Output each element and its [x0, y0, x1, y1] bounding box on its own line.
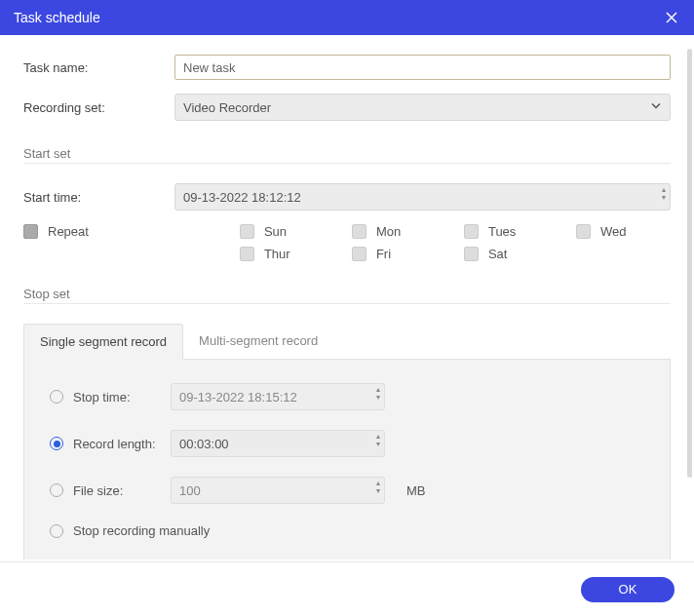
- day-mon-checkbox[interactable]: [352, 224, 366, 239]
- file-size-field[interactable]: 100 ▴ ▾: [171, 477, 385, 504]
- record-length-value: 00:03:00: [179, 437, 229, 451]
- day-sat-checkbox[interactable]: [464, 247, 479, 261]
- stop-time-stepper[interactable]: ▴ ▾: [376, 386, 380, 402]
- window-title: Task schedule: [14, 10, 100, 25]
- tab-panel-single: Stop time: 09-13-2022 18:15:12 ▴ ▾ Recor…: [23, 360, 671, 559]
- day-sun-label: Sun: [264, 224, 287, 239]
- scrollbar[interactable]: [687, 49, 692, 478]
- start-set-title: Start set: [23, 146, 671, 161]
- tab-single-segment[interactable]: Single segment record: [23, 324, 183, 360]
- start-time-stepper[interactable]: ▴ ▾: [662, 186, 666, 202]
- recording-set-value: Video Recorder: [183, 100, 271, 115]
- start-time-value: 09-13-2022 18:12:12: [183, 190, 301, 205]
- task-name-input[interactable]: [174, 55, 671, 80]
- stop-set-title: Stop set: [23, 287, 671, 301]
- day-tues-checkbox[interactable]: [464, 224, 479, 239]
- day-fri-checkbox[interactable]: [352, 247, 366, 261]
- day-mon-label: Mon: [376, 224, 401, 239]
- repeat-checkbox[interactable]: [23, 224, 38, 239]
- file-size-stepper[interactable]: ▴ ▾: [376, 480, 380, 495]
- tabs: Single segment record Multi-segment reco…: [23, 324, 671, 360]
- file-size-value: 100: [179, 483, 201, 498]
- close-icon[interactable]: [663, 9, 680, 26]
- manual-stop-label: Stop recording manually: [73, 523, 210, 538]
- file-size-unit: MB: [406, 483, 426, 498]
- recording-set-select[interactable]: Video Recorder: [174, 94, 671, 121]
- footer: OK: [0, 561, 694, 616]
- file-size-label: File size:: [73, 483, 171, 498]
- ok-button[interactable]: OK: [581, 577, 675, 602]
- stepper-down-icon[interactable]: ▾: [376, 441, 380, 448]
- day-wed-checkbox[interactable]: [576, 224, 591, 239]
- record-length-field[interactable]: 00:03:00 ▴ ▾: [171, 430, 385, 457]
- file-size-radio[interactable]: [50, 483, 63, 497]
- manual-stop-radio[interactable]: [50, 524, 63, 538]
- day-wed-label: Wed: [600, 224, 627, 239]
- stop-time-label: Stop time:: [73, 390, 171, 404]
- stop-time-value: 09-13-2022 18:15:12: [179, 390, 297, 404]
- day-thur-label: Thur: [264, 247, 290, 261]
- stop-time-field[interactable]: 09-13-2022 18:15:12 ▴ ▾: [171, 383, 385, 410]
- record-length-stepper[interactable]: ▴ ▾: [376, 433, 380, 448]
- repeat-label: Repeat: [48, 224, 89, 239]
- stepper-down-icon[interactable]: ▾: [376, 394, 380, 402]
- day-sat-label: Sat: [488, 247, 508, 261]
- record-length-radio[interactable]: [50, 437, 63, 450]
- divider: [23, 163, 671, 164]
- titlebar: Task schedule: [0, 0, 694, 35]
- chevron-down-icon: [649, 99, 663, 116]
- day-thur-checkbox[interactable]: [240, 247, 254, 261]
- stepper-down-icon[interactable]: ▾: [662, 194, 666, 202]
- day-sun-checkbox[interactable]: [240, 224, 254, 239]
- start-time-field[interactable]: 09-13-2022 18:12:12 ▴ ▾: [174, 183, 671, 211]
- start-time-label: Start time:: [23, 190, 174, 205]
- day-tues-label: Tues: [488, 224, 516, 239]
- divider: [23, 303, 671, 304]
- content-area: Task name: Recording set: Video Recorder…: [0, 35, 694, 559]
- stop-time-radio[interactable]: [50, 390, 63, 404]
- recording-set-label: Recording set:: [23, 100, 174, 115]
- record-length-label: Record length:: [73, 437, 171, 451]
- day-fri-label: Fri: [376, 247, 391, 261]
- stepper-down-icon[interactable]: ▾: [376, 487, 380, 495]
- task-name-label: Task name:: [23, 60, 174, 75]
- tab-multi-segment[interactable]: Multi-segment record: [183, 324, 333, 359]
